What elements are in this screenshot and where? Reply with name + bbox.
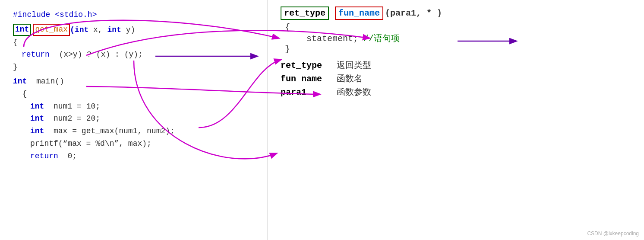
- func-param-y: y): [121, 24, 135, 36]
- main-int3: int: [30, 127, 44, 135]
- legend-val-3: 函数参数: [337, 86, 371, 98]
- template-open-brace: {: [285, 22, 635, 32]
- main-num2: num2 = 20;: [49, 114, 100, 123]
- func-def-line: int get_max (int x, int y): [13, 24, 263, 36]
- left-panel: #include <stdio.h> int get_max (int x, i…: [0, 0, 268, 240]
- main-int1: int: [30, 102, 44, 111]
- template-fun-name-box: fun_name: [335, 6, 383, 20]
- legend-table: ret_type 返回类型 fun_name 函数名 para1 函数参数: [281, 59, 635, 98]
- legend-key-3: para1: [281, 87, 337, 97]
- main-line1: int num1 = 10;: [30, 100, 263, 113]
- legend-key-1: ret_type: [281, 61, 337, 70]
- main-return: return: [30, 152, 58, 160]
- template-params: (para1, * ): [385, 8, 442, 18]
- main-int2: int: [30, 114, 44, 123]
- template-header-row: ret_type fun_name (para1, * ): [281, 6, 635, 20]
- main-printf: printf(“max = %d\n”, max);: [30, 139, 152, 148]
- legend-key-2: fun_name: [281, 74, 337, 84]
- main-num1: num1 = 10;: [49, 102, 100, 111]
- func-params-int2: int: [107, 24, 121, 36]
- func-open-brace: {: [13, 36, 263, 49]
- right-panel: ret_type fun_name (para1, * ) { statemen…: [268, 0, 644, 240]
- main-max-assign: max = get_max(num1, num2);: [49, 127, 175, 135]
- func-ret-type: int: [15, 25, 29, 34]
- main-container: #include <stdio.h> int get_max (int x, i…: [0, 0, 644, 240]
- statement-text: statement;: [306, 34, 358, 44]
- func-name: get_max: [35, 25, 68, 34]
- return-kw: return: [22, 50, 50, 59]
- comment-text: //语句项: [363, 34, 400, 44]
- return-expr: (x>y) ? (x) : (y);: [54, 50, 143, 59]
- func-ret-type-box: int: [13, 24, 31, 36]
- template-statement: statement; //语句项: [306, 32, 635, 44]
- legend-val-2: 函数名: [337, 73, 363, 84]
- template-close-brace: }: [285, 44, 635, 54]
- main-line2: int num2 = 20;: [30, 112, 263, 125]
- template-fun-name: fun_name: [338, 8, 380, 18]
- main-line3: int max = get_max(num1, num2);: [30, 125, 263, 138]
- template-ret-type: ret_type: [284, 8, 325, 18]
- main-open-brace: {: [13, 88, 263, 100]
- func-params-int1: (int: [70, 24, 88, 36]
- main-int-kw: int: [13, 77, 27, 86]
- main-return-val: 0;: [63, 152, 77, 160]
- watermark: CSDN @lxkeepcoding: [587, 230, 639, 237]
- main-line5: return 0;: [30, 150, 263, 163]
- legend-row-3: para1 函数参数: [281, 86, 635, 98]
- legend-row-1: ret_type 返回类型: [281, 59, 635, 71]
- template-ret-type-box: ret_type: [281, 6, 329, 20]
- include-text: #include <stdio.h>: [13, 10, 97, 19]
- include-line: #include <stdio.h>: [13, 9, 263, 21]
- main-name: main(): [32, 77, 64, 86]
- main-def-line: int main(): [13, 75, 263, 88]
- main-line4: printf(“max = %d\n”, max);: [30, 138, 263, 150]
- legend-row-2: fun_name 函数名: [281, 73, 635, 84]
- func-close-brace: }: [13, 61, 263, 74]
- func-param-x: x,: [88, 24, 107, 36]
- legend-val-1: 返回类型: [337, 59, 371, 71]
- func-name-box: get_max: [33, 24, 70, 36]
- func-body: return (x>y) ? (x) : (y);: [22, 48, 263, 61]
